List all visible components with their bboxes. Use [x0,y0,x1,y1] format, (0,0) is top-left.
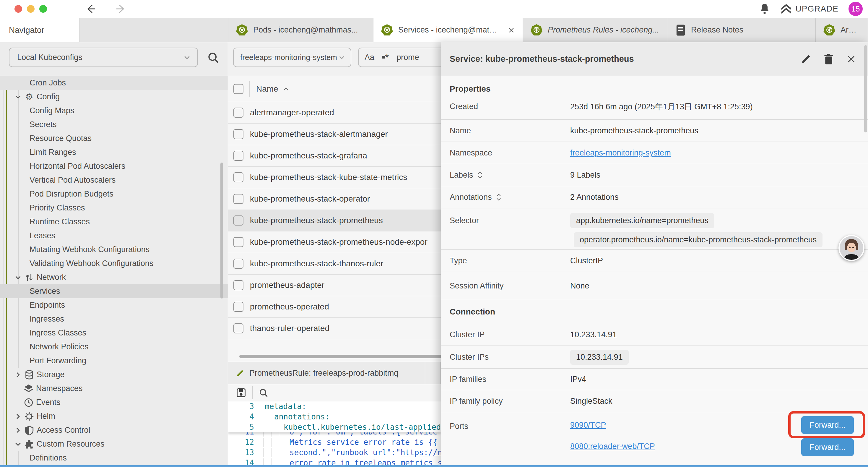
regex-toggle[interactable]: * [382,54,389,60]
row-checkbox[interactable] [234,215,243,226]
sidebar-item-port-forwarding[interactable]: Port Forwarding [0,354,228,368]
sidebar-item-namespaces[interactable]: Namespaces [0,382,228,396]
port-link-8080[interactable]: 8080:reloader-web/TCP [570,442,655,451]
sidebar-item-runtime-classes[interactable]: Runtime Classes [0,215,228,229]
window-minimize-button[interactable] [27,5,35,13]
sidebar-item-ingress-classes[interactable]: Ingress Classes [0,326,228,340]
service-row[interactable]: prometheus-adapter [228,274,441,296]
trash-icon[interactable] [824,54,834,65]
pencil-icon [236,369,245,377]
window-close-button[interactable] [14,5,22,13]
row-checkbox[interactable] [234,129,243,139]
service-row-selected[interactable]: kube-prometheus-stack-prometheus [228,210,441,231]
labels-value[interactable]: 9 Labels [570,171,600,180]
sidebar-group-helm[interactable]: Helm [0,409,228,423]
kubeconfig-selector[interactable]: Local Kubeconfigs [9,48,198,67]
select-all-checkbox[interactable] [234,84,243,94]
close-tab-icon[interactable] [508,27,515,34]
row-checkbox[interactable] [234,172,243,182]
edit-pencil-icon[interactable] [801,54,811,64]
back-arrow-icon[interactable] [85,4,96,14]
sidebar-item-config-maps[interactable]: Config Maps [0,104,228,118]
list-search-input[interactable]: Aa * prome [358,48,453,67]
tab-navigator[interactable]: Navigator [0,18,80,42]
sidebar-item-horizontal-pod-autoscalers[interactable]: Horizontal Pod Autoscalers [0,159,228,173]
row-checkbox[interactable] [234,194,243,204]
service-row[interactable]: kube-prometheus-stack-kube-state-metrics [228,167,441,188]
sidebar-group-storage[interactable]: Storage [0,368,228,382]
namespace-selector[interactable]: freeleaps-monitoring-system [233,48,351,67]
sidebar-item-limit-ranges[interactable]: Limit Ranges [0,145,228,159]
service-row[interactable]: prometheus-operated [228,296,441,318]
drawer-scrollbar[interactable] [864,45,867,133]
sidebar-item-ingresses[interactable]: Ingresses [0,312,228,326]
sidebar-item-events[interactable]: Events [0,396,228,409]
namespace-link[interactable]: freeleaps-monitoring-system [570,148,671,157]
forward-button-8080[interactable]: Forward... [801,438,854,456]
sidebar-group-config[interactable]: ⚙ Config [0,90,228,104]
tab-pods[interactable]: Pods - icecheng@mathmas... [228,18,373,42]
search-icon[interactable] [207,51,220,64]
tab-release-notes[interactable]: Release Notes [668,18,816,42]
editor-tab-prometheusrule[interactable]: PrometheusRule: freeleaps-prod-rabbitmq [228,362,425,384]
upgrade-button[interactable]: UPGRADE [780,4,838,14]
row-checkbox[interactable] [234,323,243,333]
service-row[interactable]: alertmanager-operated [228,102,441,123]
sidebar-item-leases[interactable]: Leases [0,229,228,243]
sidebar-item-resource-quotas[interactable]: Resource Quotas [0,132,228,145]
code-url-link[interactable]: https://net [401,448,441,457]
sidebar-item-validating-webhook-configurations[interactable]: Validating Webhook Configurations [0,257,228,270]
created-row: Created 253d 16h 6m ago (2025年1月13日 GMT+… [441,94,868,120]
service-row[interactable]: thanos-ruler-operated [228,318,441,339]
annotations-value[interactable]: 2 Annotations [570,193,619,202]
annotations-row: Annotations 2 Annotations [441,186,868,208]
namespace-selector-value: freeleaps-monitoring-system [240,53,337,62]
code-line: 12 Metrics service error rate is {{ $va [228,437,441,447]
sidebar-item-secrets[interactable]: Secrets [0,118,228,132]
sidebar-item-cron-jobs[interactable]: Cron Jobs [0,76,228,90]
expand-updown-icon[interactable] [477,171,483,179]
service-row[interactable]: kube-prometheus-stack-alertmanager [228,123,441,145]
sidebar-group-custom-resources[interactable]: Custom Resources [0,437,228,451]
editor-search-icon[interactable] [258,388,269,398]
sidebar-group-access-control[interactable]: Access Control [0,423,228,437]
sidebar-item-vertical-pod-autoscalers[interactable]: Vertical Pod Autoscalers [0,173,228,187]
sidebar-group-network[interactable]: Network [0,270,228,284]
sidebar-item-services[interactable]: Services [0,284,228,298]
sidebar-scrollbar[interactable] [220,163,223,298]
editor-tab-partial[interactable] [425,362,441,384]
save-icon[interactable] [236,387,246,398]
service-row[interactable]: kube-prometheus-stack-thanos-ruler [228,253,441,274]
case-sensitive-toggle[interactable]: Aa [365,53,374,62]
tab-argo[interactable]: Argo Se [816,18,868,42]
yaml-editor[interactable]: 3metadata: 4annotations: 5kubectl.kubern… [228,401,441,467]
close-drawer-icon[interactable] [846,54,856,64]
expand-updown-icon[interactable] [495,193,502,202]
tab-services[interactable]: Services - icecheng@math... [373,18,523,42]
sidebar-item-definitions[interactable]: Definitions [0,451,228,465]
service-row[interactable]: kube-prometheus-stack-prometheus-node-ex… [228,231,441,253]
port-link-9090[interactable]: 9090/TCP [570,420,606,430]
row-checkbox[interactable] [234,259,243,269]
forward-arrow-icon[interactable] [116,4,126,14]
row-checkbox[interactable] [234,151,243,161]
row-checkbox[interactable] [234,280,243,290]
sidebar-item-endpoints[interactable]: Endpoints [0,298,228,312]
sidebar-item-pod-disruption-budgets[interactable]: Pod Disruption Budgets [0,187,228,201]
user-avatar[interactable] [838,235,864,261]
service-row[interactable]: kube-prometheus-stack-grafana [228,145,441,167]
row-checkbox[interactable] [234,108,243,118]
name-column-header[interactable]: Name [256,84,278,94]
window-zoom-button[interactable] [39,5,47,13]
horizontal-scrollbar[interactable] [239,355,443,358]
service-row[interactable]: kube-prometheus-stack-operator [228,188,441,210]
row-checkbox[interactable] [234,237,243,247]
sidebar-item-network-policies[interactable]: Network Policies [0,340,228,354]
bell-icon[interactable] [759,3,770,15]
sidebar-item-mutating-webhook-configurations[interactable]: Mutating Webhook Configurations [0,243,228,257]
tab-prometheus-rules[interactable]: Prometheus Rules - icecheng... [523,18,668,42]
notification-badge[interactable]: 15 [848,2,863,16]
row-checkbox[interactable] [234,302,243,312]
sort-ascending-icon[interactable] [282,86,289,92]
sidebar-item-priority-classes[interactable]: Priority Classes [0,201,228,215]
